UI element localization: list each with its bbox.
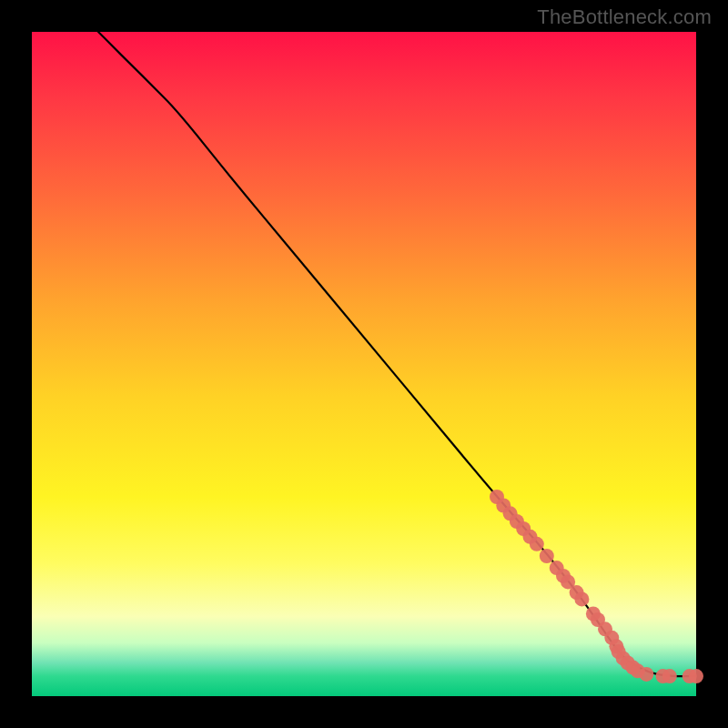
data-point: [530, 537, 544, 551]
watermark-text: TheBottleneck.com: [537, 5, 712, 29]
chart-frame: TheBottleneck.com: [0, 0, 728, 728]
highlighted-points: [490, 490, 703, 683]
data-point: [574, 592, 589, 606]
chart-svg: [32, 32, 696, 696]
plot-area: [32, 32, 696, 696]
bottleneck-curve: [98, 32, 696, 676]
data-point: [662, 669, 677, 683]
data-point: [540, 549, 554, 563]
data-point: [639, 667, 653, 682]
data-point: [689, 669, 703, 683]
